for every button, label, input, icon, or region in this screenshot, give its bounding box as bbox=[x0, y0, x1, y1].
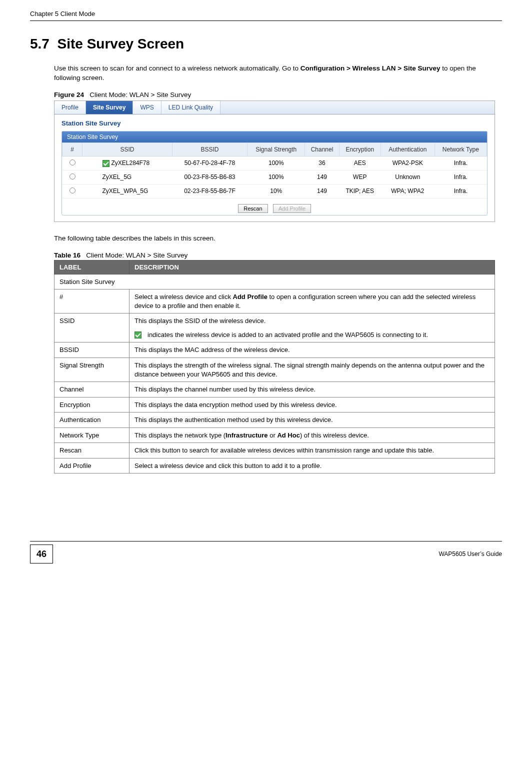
col-hash: # bbox=[62, 142, 82, 156]
th-desc: DESCRIPTION bbox=[130, 260, 495, 274]
intro-bold: Configuration > Wireless LAN > Site Surv… bbox=[300, 64, 440, 72]
desc-row: Channel This displays the channel number… bbox=[54, 382, 495, 398]
row-radio[interactable] bbox=[70, 174, 76, 180]
desc-row: SSID This displays the SSID of the wirel… bbox=[54, 314, 495, 342]
table-caption: Table 16 Client Mode: WLAN > Site Survey bbox=[54, 252, 502, 259]
cell-ssid: ZyXEL_WPA_5G bbox=[102, 188, 148, 194]
section-heading: 5.7 Site Survey Screen bbox=[30, 36, 502, 52]
desc-label: BSSID bbox=[54, 342, 130, 358]
desc-row: Authentication This displays the authent… bbox=[54, 412, 495, 428]
th-label: LABEL bbox=[54, 260, 130, 274]
page-header: Chapter 5 Client Mode bbox=[30, 10, 502, 21]
cell-nettype: Infra. bbox=[434, 156, 486, 170]
cell-encryption: AES bbox=[339, 156, 380, 170]
desc-label: Add Profile bbox=[54, 458, 130, 474]
cell-channel: 36 bbox=[305, 156, 339, 170]
add-profile-button[interactable]: Add Profile bbox=[273, 204, 311, 213]
tab-bar: Profile Site Survey WPS LED Link Quality bbox=[54, 101, 494, 114]
desc-label: SSID bbox=[54, 314, 130, 342]
button-row: Rescan Add Profile bbox=[62, 198, 487, 215]
page-footer: 46 WAP5605 User’s Guide bbox=[30, 541, 502, 564]
after-figure-paragraph: The following table describes the labels… bbox=[54, 234, 502, 244]
intro-paragraph: Use this screen to scan for and connect … bbox=[54, 64, 502, 83]
cell-encryption: WEP bbox=[339, 170, 380, 184]
desc-text: Click this button to search for availabl… bbox=[130, 443, 495, 458]
col-auth: Authentication bbox=[380, 142, 434, 156]
desc-text: Select a wireless device and click Add P… bbox=[130, 290, 495, 314]
desc-row: Signal Strength This displays the streng… bbox=[54, 358, 495, 382]
desc-row: BSSID This displays the MAC address of t… bbox=[54, 342, 495, 358]
desc-row: Add Profile Select a wireless device and… bbox=[54, 458, 495, 474]
figure-caption: Figure 24 Client Mode: WLAN > Site Surve… bbox=[54, 91, 502, 98]
desc-row: Network Type This displays the network t… bbox=[54, 428, 495, 443]
desc-label: Signal Strength bbox=[54, 358, 130, 382]
desc-label: Encryption bbox=[54, 397, 130, 412]
table-label: Table 16 bbox=[54, 252, 80, 259]
connected-check-icon bbox=[102, 160, 110, 167]
cell-bssid: 50-67-F0-28-4F-78 bbox=[172, 156, 248, 170]
cell-nettype: Infra. bbox=[434, 170, 486, 184]
panel-title: Station Site Survey bbox=[62, 120, 488, 127]
desc-row: Rescan Click this button to search for a… bbox=[54, 443, 495, 458]
description-table: LABEL DESCRIPTION Station Site Survey # … bbox=[54, 260, 495, 474]
cell-channel: 149 bbox=[305, 170, 339, 184]
desc-label: # bbox=[54, 290, 130, 314]
rescan-button[interactable]: Rescan bbox=[238, 204, 268, 213]
desc-text: This displays the network type (Infrastr… bbox=[130, 428, 495, 443]
screenshot-panel: Profile Site Survey WPS LED Link Quality… bbox=[54, 100, 495, 222]
col-ssid: SSID bbox=[82, 142, 172, 156]
cell-signal: 100% bbox=[248, 170, 305, 184]
table-row[interactable]: ZyXEL_5G 00-23-F8-55-B6-83 100% 149 WEP … bbox=[62, 170, 487, 184]
row-radio[interactable] bbox=[70, 160, 76, 166]
table-row[interactable]: ZyXEL284F78 50-67-F0-28-4F-78 100% 36 AE… bbox=[62, 156, 487, 170]
table-row[interactable]: ZyXEL_WPA_5G 02-23-F8-55-B6-7F 10% 149 T… bbox=[62, 184, 487, 198]
col-signal: Signal Strength bbox=[248, 142, 305, 156]
col-channel: Channel bbox=[305, 142, 339, 156]
cell-ssid: ZyXEL_5G bbox=[102, 174, 132, 180]
cell-auth: WPA2-PSK bbox=[380, 156, 434, 170]
desc-text: This displays the channel number used by… bbox=[130, 382, 495, 398]
desc-text: This displays the SSID of the wireless d… bbox=[130, 314, 495, 342]
site-survey-table: # SSID BSSID Signal Strength Channel Enc… bbox=[62, 142, 487, 198]
cell-signal: 100% bbox=[248, 156, 305, 170]
desc-text: This displays the MAC address of the wir… bbox=[130, 342, 495, 358]
col-nettype: Network Type bbox=[434, 142, 486, 156]
desc-text: This displays the data encryption method… bbox=[130, 397, 495, 412]
desc-span-label: Station Site Survey bbox=[54, 274, 495, 290]
figure-caption-text: Client Mode: WLAN > Site Survey bbox=[90, 91, 191, 98]
desc-row: # Select a wireless device and click Add… bbox=[54, 290, 495, 314]
section-number: 5.7 bbox=[30, 36, 50, 52]
section-title: Site Survey Screen bbox=[58, 36, 184, 52]
desc-label: Channel bbox=[54, 382, 130, 398]
tab-wps[interactable]: WPS bbox=[133, 101, 161, 114]
desc-label: Rescan bbox=[54, 443, 130, 458]
cell-ssid: ZyXEL284F78 bbox=[112, 160, 150, 166]
cell-auth: Unknown bbox=[380, 170, 434, 184]
panel-header: Station Site Survey bbox=[62, 132, 487, 142]
figure-label: Figure 24 bbox=[54, 91, 84, 98]
desc-label: Network Type bbox=[54, 428, 130, 443]
desc-row: Encryption This displays the data encryp… bbox=[54, 397, 495, 412]
desc-text: This displays the authentication method … bbox=[130, 412, 495, 428]
desc-text: Select a wireless device and click this … bbox=[130, 458, 495, 474]
table-caption-text: Client Mode: WLAN > Site Survey bbox=[86, 252, 188, 259]
cell-nettype: Infra. bbox=[434, 184, 486, 198]
col-bssid: BSSID bbox=[172, 142, 248, 156]
row-radio[interactable] bbox=[70, 188, 76, 194]
chapter-label: Chapter 5 Client Mode bbox=[30, 10, 95, 18]
cell-bssid: 00-23-F8-55-B6-83 bbox=[172, 170, 248, 184]
tab-led-link-quality[interactable]: LED Link Quality bbox=[162, 101, 220, 114]
site-survey-panel: Station Site Survey # SSID BSSID Signal … bbox=[62, 131, 488, 216]
page-number: 46 bbox=[30, 544, 53, 564]
cell-signal: 10% bbox=[248, 184, 305, 198]
cell-channel: 149 bbox=[305, 184, 339, 198]
desc-row: Station Site Survey bbox=[54, 274, 495, 290]
connected-check-icon bbox=[134, 332, 142, 338]
intro-pre: Use this screen to scan for and connect … bbox=[54, 64, 300, 72]
cell-auth: WPA; WPA2 bbox=[380, 184, 434, 198]
col-encryption: Encryption bbox=[339, 142, 380, 156]
cell-encryption: TKIP; AES bbox=[339, 184, 380, 198]
desc-label: Authentication bbox=[54, 412, 130, 428]
tab-profile[interactable]: Profile bbox=[54, 101, 86, 114]
tab-site-survey[interactable]: Site Survey bbox=[86, 101, 133, 114]
